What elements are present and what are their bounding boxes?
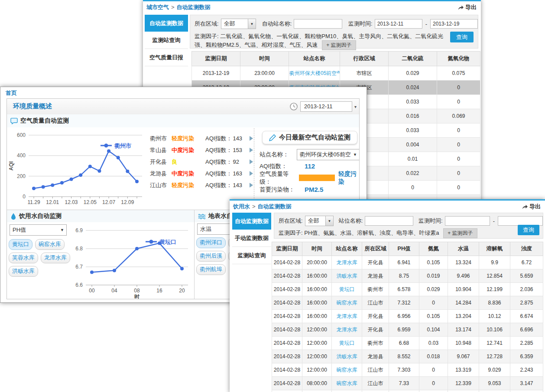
page-title: 环境质量概述 (13, 102, 52, 110)
station-link[interactable]: 龙潭水库 (337, 313, 357, 319)
svg-text:16: 16 (156, 288, 162, 294)
detail-arrow-icon[interactable] (250, 136, 253, 141)
table-cell: 16:00:00 (302, 296, 332, 310)
sidebar-item[interactable]: 监测站查询 (232, 247, 271, 264)
search-button[interactable]: 查询 (450, 32, 474, 42)
table-cell: 龙游县 (362, 390, 389, 392)
drinking-factor-select[interactable]: PH值 ▼ (10, 224, 67, 236)
table-cell: 6.959 (389, 323, 419, 337)
station-link[interactable]: 洪畈水库 (337, 273, 357, 279)
table-cell: 9.197 (448, 390, 479, 392)
table-row[interactable]: 2014-02-2816:00:00碗窑水库江山市7.312014.2848.8… (272, 296, 543, 310)
monitor-time-label: 监测时间: (418, 217, 443, 225)
table-cell: 2.875 (510, 296, 543, 310)
table-cell: 08:00:00 (302, 390, 332, 392)
station-button[interactable]: 芙蓉水库 (9, 253, 38, 263)
station-link[interactable]: 黄坛口 (339, 340, 355, 346)
sidebar-item[interactable]: 空气质量日报 (145, 49, 188, 66)
time-from-input[interactable] (375, 19, 422, 29)
sidebar-item[interactable]: 监测站查询 (145, 32, 188, 49)
table-row[interactable]: 2014-02-2808:00:00碗窑水库江山市7.33012.3399.05… (272, 377, 543, 390)
table-row[interactable]: 2014-02-2816:00:00洪畈水库龙游县8.750.0199.4961… (272, 269, 543, 283)
time-from-input[interactable] (445, 216, 490, 226)
station-link[interactable]: 衢州环保大楼05前空气站 (289, 70, 340, 76)
station-link[interactable]: 龙潭水库 (337, 259, 357, 266)
table-cell: 9.053 (479, 377, 510, 390)
aqi-line-chart: 020040060011.2912.0112.0312.0512.0712.09… (8, 129, 148, 208)
detail-arrow-icon[interactable] (250, 148, 253, 152)
detail-arrow-icon[interactable] (250, 171, 253, 176)
station-link[interactable]: 洪畈水库 (337, 353, 357, 360)
date-picker[interactable]: 2013-12-11 (300, 101, 352, 112)
station-name-input[interactable] (365, 216, 413, 226)
table-row[interactable]: 2014-02-2812:00:00龙潭水库开化县6.9590.10413.17… (272, 323, 543, 337)
column-header: 站点名称 (289, 52, 340, 66)
table-cell: 衢州市 (362, 337, 389, 350)
detail-arrow-icon[interactable] (250, 183, 253, 188)
export-button[interactable]: 导出 (457, 3, 477, 11)
station-link[interactable]: 黄坛口 (339, 286, 355, 292)
station-link[interactable]: 碗窑水库 (337, 300, 357, 306)
table-cell: 碗窑水库 (332, 363, 362, 377)
table-cell: 12:00:00 (302, 323, 332, 337)
table-cell: 3.147 (510, 377, 543, 390)
air-grade-label: 空气质量等级： (260, 170, 299, 186)
date-dropdown-arrow-icon[interactable]: ▾ (354, 104, 357, 109)
table-cell: 7.312 (389, 296, 419, 310)
station-button[interactable]: 黄坛口 (9, 239, 32, 250)
station-select[interactable]: 衢州环保大楼05前空 ▼ (297, 149, 360, 160)
export-button[interactable]: 导出 (522, 203, 541, 211)
table-row[interactable]: 2014-02-2812:00:00洪畈水库龙游县8.5520.0189.067… (272, 350, 543, 363)
table-row[interactable]: 2014-02-2808:00:00洪畈水库龙游县8.4190.0149.197… (272, 390, 543, 392)
station-name-input[interactable] (294, 19, 342, 29)
table-cell: 0 (437, 181, 480, 195)
today-panel-title-text: 今日最新空气自动站监测 (279, 133, 350, 142)
table-row[interactable]: 2014-02-2812:00:00碗窑水库江山市7.303013.3199.0… (272, 363, 543, 377)
station-button[interactable]: 衢州洋口 (196, 237, 226, 248)
table-cell: 碗窑水库 (332, 377, 362, 390)
table-cell: 0 (419, 363, 448, 377)
station-link[interactable]: 碗窑水库 (337, 380, 357, 386)
city-aqi-row: 衢州市轻度污染AQI指数：143 (150, 133, 253, 144)
station-button[interactable]: 洪畈水库 (9, 266, 38, 277)
table-cell: 14.284 (448, 296, 479, 310)
station-button[interactable]: 碗窑水库 (35, 239, 65, 250)
table-row[interactable]: 2013-12-1923:00:00衢州环保大楼05前空气站市辖区0.0290.… (192, 66, 480, 81)
column-header: 水温 (448, 242, 479, 256)
station-button[interactable]: 衢州后溪 (196, 251, 226, 262)
search-button[interactable]: 查询 (518, 225, 539, 235)
table-cell: 洪畈水库 (332, 350, 362, 363)
station-button[interactable]: 龙潭水库 (41, 253, 70, 263)
table-cell: 7.33 (389, 377, 419, 390)
sidebar-item[interactable]: 自动监测数据 (145, 15, 188, 32)
region-select[interactable]: 全部 ▼ (221, 19, 256, 29)
table-row[interactable]: 2014-02-2820:00:00龙潭水库开化县6.9410.10513.32… (272, 256, 543, 269)
table-row[interactable]: 2014-02-2816:00:00龙潭水库开化县6.9560.10513.20… (272, 310, 543, 323)
breadcrumb-home[interactable]: 首页 (6, 90, 17, 96)
station-link[interactable]: 碗窑水库 (337, 367, 357, 373)
table-cell: 2014-02-28 (272, 323, 302, 337)
water-filter-panel: 所在区域: 全部 ▼ 站位名称: 监测时间: - 监测因子: PH值、氨氮、水温… (274, 213, 543, 239)
table-cell: 2014-02-28 (272, 283, 302, 296)
station-button[interactable]: 衢州航埠 (196, 264, 226, 275)
table-cell: 6.578 (389, 283, 419, 296)
sidebar-item[interactable]: 手动监测数据 (232, 230, 271, 247)
svg-text:00: 00 (89, 288, 95, 294)
grade-value: 轻度污染 (338, 170, 360, 186)
table-row[interactable]: 2014-02-2816:00:00黄坛口衢州市6.5780.02910.904… (272, 283, 543, 296)
detail-arrow-icon[interactable] (250, 159, 253, 164)
factors-value: PH值、氨氮、水温、溶解氧、浊度、电导率、叶绿素a (304, 230, 439, 236)
time-to-input[interactable] (430, 19, 478, 29)
add-factor-button[interactable]: + 监测因子 (443, 228, 477, 238)
station-link[interactable]: 龙潭水库 (337, 327, 357, 333)
breadcrumb-auto-monitor-data[interactable]: 自动监测数据 (258, 203, 292, 210)
table-row[interactable]: 2014-02-2812:00:00黄坛口衢州市6.680.0310.94812… (272, 337, 543, 350)
breadcrumb-auto-monitor-data[interactable]: 自动监测数据 (177, 4, 211, 10)
sidebar-item[interactable]: 自动监测数据 (232, 213, 271, 230)
add-factor-button[interactable]: + 监测因子 (322, 40, 356, 50)
time-to-input[interactable] (498, 216, 543, 226)
region-select[interactable]: 全部 ▼ (305, 216, 334, 226)
breadcrumb-city-air[interactable]: 城市空气 (146, 4, 169, 10)
table-cell: 黄坛口 (332, 337, 362, 350)
breadcrumb-drinking-water[interactable]: 饮用水 (233, 203, 250, 210)
